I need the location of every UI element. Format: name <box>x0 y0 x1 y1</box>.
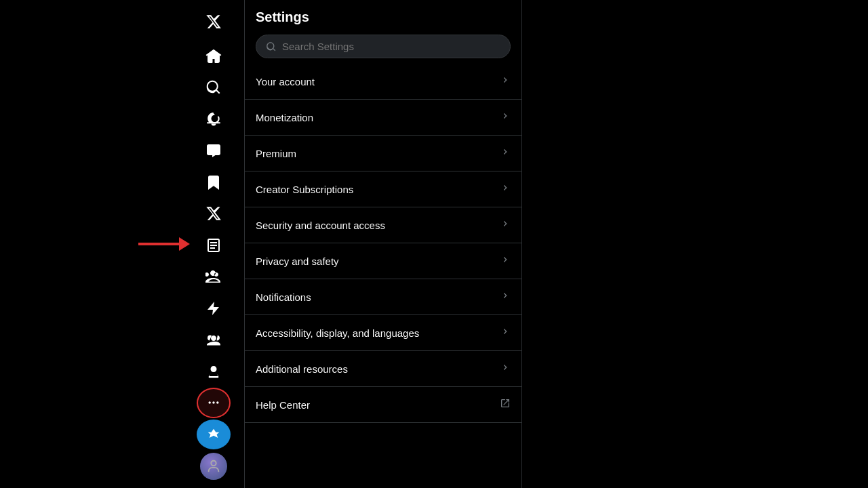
avatar <box>200 453 227 480</box>
sidebar-item-communities-2[interactable] <box>197 325 231 355</box>
chevron-right-icon-3 <box>500 182 511 196</box>
bookmarks-icon <box>205 174 222 190</box>
left-black-area <box>0 0 183 488</box>
settings-item-label-6: Notifications <box>256 291 311 303</box>
sidebar-item-x-second[interactable] <box>197 199 231 229</box>
settings-item-5[interactable]: Privacy and safety <box>245 243 521 279</box>
sidebar-item-avatar[interactable] <box>197 451 231 482</box>
sidebar-item-grok[interactable] <box>197 293 231 324</box>
notifications-icon <box>205 111 222 127</box>
communities-icon <box>205 268 222 285</box>
sidebar-item-premium-button[interactable] <box>197 420 231 450</box>
settings-list: Your accountMonetizationPremiumCreator S… <box>245 64 521 423</box>
settings-title: Settings <box>245 0 521 32</box>
chevron-right-icon-1 <box>500 110 511 124</box>
sidebar-item-communities[interactable] <box>197 262 231 292</box>
sidebar-item-x-logo[interactable] <box>197 7 231 37</box>
sidebar-item-search[interactable] <box>197 73 231 103</box>
search-bar[interactable] <box>256 35 511 58</box>
sidebar-item-notifications[interactable] <box>197 104 231 135</box>
chevron-right-icon-6 <box>500 290 511 304</box>
right-black-area <box>522 0 868 488</box>
settings-item-label-2: Premium <box>256 148 296 159</box>
sidebar-item-lists[interactable] <box>197 230 231 261</box>
annotation-arrow <box>138 237 190 251</box>
settings-item-8[interactable]: Additional resources <box>245 351 521 387</box>
home-icon <box>205 48 222 64</box>
search-icon <box>205 79 222 96</box>
settings-item-1[interactable]: Monetization <box>245 100 521 136</box>
settings-panel: Settings Your accountMonetizationPremium… <box>244 0 522 488</box>
people-group-icon <box>205 331 222 348</box>
settings-item-label-5: Privacy and safety <box>256 256 339 267</box>
arrow-head <box>179 237 190 251</box>
sidebar <box>183 0 244 488</box>
avatar-icon <box>206 459 221 474</box>
messages-icon <box>205 142 222 159</box>
settings-item-label-3: Creator Subscriptions <box>256 184 353 195</box>
chevron-right-icon-4 <box>500 218 511 232</box>
search-bar-icon <box>266 41 277 52</box>
premium-icon <box>207 428 220 441</box>
settings-item-label-8: Additional resources <box>256 363 348 375</box>
sidebar-item-profile-box[interactable] <box>197 167 231 198</box>
settings-item-2[interactable]: Premium <box>245 136 521 171</box>
lists-icon <box>205 237 222 253</box>
sidebar-item-more[interactable] <box>197 388 231 418</box>
more-icon <box>207 396 220 409</box>
settings-item-label-1: Monetization <box>256 112 313 123</box>
sidebar-item-home[interactable] <box>197 41 231 72</box>
x-second-icon <box>205 205 222 222</box>
settings-item-label-0: Your account <box>256 76 315 87</box>
settings-item-9[interactable]: Help Center <box>245 387 521 423</box>
sidebar-item-messages[interactable] <box>197 136 231 166</box>
chevron-right-icon-2 <box>500 146 511 160</box>
chevron-right-icon-0 <box>500 75 511 88</box>
x-logo-icon <box>205 14 222 30</box>
external-link-icon-9 <box>500 398 511 411</box>
settings-item-4[interactable]: Security and account access <box>245 207 521 243</box>
arrow-shaft <box>138 243 179 245</box>
settings-item-6[interactable]: Notifications <box>245 279 521 315</box>
grok-icon <box>205 300 222 317</box>
chevron-right-icon-8 <box>500 362 511 375</box>
settings-item-label-4: Security and account access <box>256 220 385 231</box>
sidebar-item-profile[interactable] <box>197 357 231 387</box>
chevron-right-icon-5 <box>500 254 511 268</box>
chevron-right-icon-7 <box>500 326 511 340</box>
search-input[interactable] <box>282 41 500 52</box>
profile-icon <box>205 363 222 380</box>
settings-item-7[interactable]: Accessibility, display, and languages <box>245 315 521 351</box>
settings-item-3[interactable]: Creator Subscriptions <box>245 171 521 207</box>
settings-item-label-9: Help Center <box>256 399 310 411</box>
settings-item-0[interactable]: Your account <box>245 64 521 100</box>
settings-item-label-7: Accessibility, display, and languages <box>256 327 419 339</box>
